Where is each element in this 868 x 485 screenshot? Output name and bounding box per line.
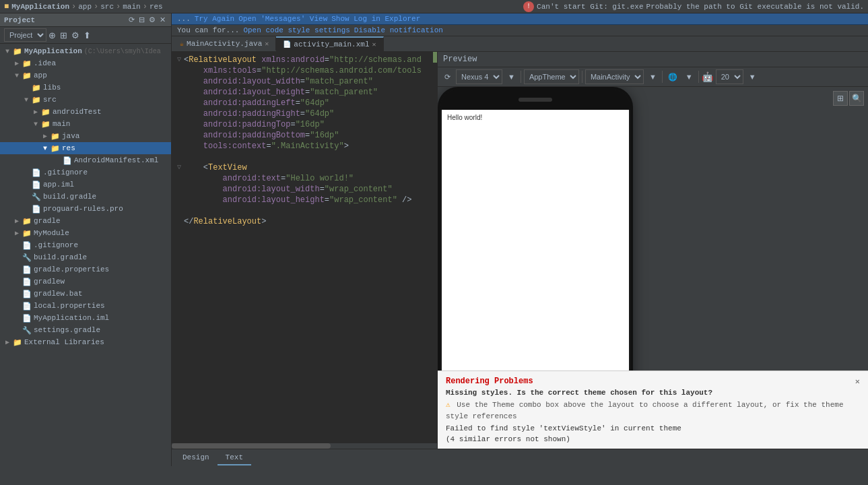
editor-scrollbar-h[interactable] — [172, 443, 437, 449]
code-line-7: android:paddingTop="16dp" — [172, 119, 437, 130]
project-toolbar-btn1[interactable]: ⊕ — [46, 30, 58, 40]
scrollbar-thumb-h[interactable] — [172, 443, 331, 449]
arrow-idea: ▶ — [12, 59, 22, 67]
tab-text[interactable]: Text — [218, 451, 251, 465]
sidebar-item-main[interactable]: ▼ 📁 main — [0, 118, 171, 130]
project-toolbar-btn4[interactable]: ⬆ — [81, 30, 93, 40]
java-file-icon-tab: ☕ — [180, 40, 184, 48]
sidebar-collapse-btn[interactable]: ⊟ — [137, 15, 146, 24]
notification-bar-1: ... Try Again Open 'Messages' View Show … — [172, 13, 868, 25]
sidebar-item-myappiml[interactable]: 📄 MyApplication.iml — [0, 312, 171, 324]
phone-speaker — [519, 98, 552, 102]
sidebar-item-buildgradle-root[interactable]: 🔧 build.gradle — [0, 251, 171, 263]
rendering-close-btn[interactable]: ✕ — [855, 377, 860, 387]
sidebar-item-gitignore-app[interactable]: 📄 .gitignore — [0, 166, 171, 179]
sidebar-item-libs[interactable]: 📁 libs — [0, 82, 171, 94]
show-log-link[interactable]: Show Log in Explorer — [331, 15, 420, 23]
android-icon: 🤖 — [702, 71, 713, 83]
sidebar-item-myapplication[interactable]: ▼ 📁 MyApplication (C:\Users\smyh\Idea — [0, 45, 171, 57]
preview-header: Preview — [438, 52, 868, 67]
close-tab-activitymain[interactable]: ✕ — [372, 40, 376, 48]
sidebar-item-src[interactable]: ▼ 📁 src — [0, 94, 171, 106]
close-tab-mainactivity[interactable]: ✕ — [265, 40, 269, 48]
sidebar-item-appiml[interactable]: 📄 app.iml — [0, 179, 171, 191]
locale-dropdown-btn[interactable]: ▼ — [683, 72, 696, 82]
file-icon-gitignore-app: 📄 — [31, 167, 42, 178]
sidebar-sync-btn[interactable]: ⟳ — [127, 15, 136, 24]
zoom-actual-btn[interactable]: 🔍 — [849, 91, 864, 106]
sidebar-item-gitignore-root[interactable]: 📄 .gitignore — [0, 239, 171, 251]
gradle-icon-build-root: 🔧 — [22, 252, 32, 263]
sidebar-item-androidtest[interactable]: ▶ 📁 androidTest — [0, 106, 171, 118]
sidebar-item-java[interactable]: ▶ 📁 java — [0, 130, 171, 142]
device-select[interactable]: Nexus 4 — [456, 69, 502, 84]
open-messages-link[interactable]: Open 'Messages' View — [238, 15, 327, 23]
activity-select[interactable]: MainActivity — [585, 69, 644, 84]
preview-toolbar: ⟳ Nexus 4 ▼ AppTheme MainActivity ▼ — [438, 67, 868, 87]
sidebar-settings-btn[interactable]: ⚙ — [147, 15, 157, 24]
code-line-6: android:paddingRight="64dp" — [172, 108, 437, 119]
api-dropdown-btn[interactable]: ▼ — [746, 72, 759, 82]
content-area: ... Try Again Open 'Messages' View Show … — [172, 13, 868, 466]
folder-icon-androidtest: 📁 — [40, 106, 51, 117]
project-toolbar-btn3[interactable]: ⚙ — [69, 30, 81, 40]
git-error-icon: ! — [523, 1, 534, 12]
sidebar-item-androidmanifest[interactable]: 📄 AndroidManifest.xml — [0, 154, 171, 166]
bottom-tabs: Design Text — [172, 449, 868, 466]
folder-icon-app: 📁 — [22, 70, 32, 81]
sidebar-item-settingsgradle[interactable]: 🔧 settings.gradle — [0, 324, 171, 336]
sidebar-item-res[interactable]: ▼ 📁 res — [0, 142, 171, 154]
open-code-style-link[interactable]: Open code style settings — [243, 26, 349, 34]
locale-btn[interactable]: 🌐 — [665, 72, 680, 82]
sidebar-item-gradle[interactable]: ▶ 📁 gradle — [0, 215, 171, 227]
disable-notif-link[interactable]: Disable notification — [354, 26, 443, 34]
rendering-problems-similar: (4 similar errors not shown) — [446, 435, 860, 443]
file-icon-localprops: 📄 — [22, 300, 32, 311]
sidebar-item-gradlewbat[interactable]: 📄 gradlew.bat — [0, 288, 171, 300]
file-icon-myappiml: 📄 — [22, 313, 32, 323]
project-view-select[interactable]: Project — [4, 28, 46, 42]
preview-rotate-btn[interactable]: ⟳ — [442, 72, 453, 82]
preview-panel: Preview ⟳ Nexus 4 ▼ AppTheme MainActivit — [437, 52, 868, 449]
theme-select[interactable]: AppTheme — [524, 69, 579, 84]
sidebar-item-mymodule[interactable]: ▶ 📁 MyModule — [0, 227, 171, 239]
sidebar-item-localprops[interactable]: 📄 local.properties — [0, 300, 171, 312]
try-again-link[interactable]: Try Again — [195, 15, 234, 23]
tab-design[interactable]: Design — [174, 451, 218, 465]
sidebar: Project ⟳ ⊟ ⚙ ✕ Project ⊕ ⊞ ⚙ ⬆ ▼ 📁 — [0, 13, 172, 466]
app-title: MyApplication — [11, 3, 69, 11]
tab-label-mainactivity: MainActivity.java — [187, 40, 262, 48]
tab-activitymain[interactable]: 📄 activity_main.xml ✕ — [276, 36, 383, 51]
separator2 — [582, 71, 582, 83]
file-icon-gradlew: 📄 — [22, 276, 32, 287]
code-editor[interactable]: ▽ <RelativeLayout xmlns:android="http://… — [172, 52, 437, 449]
zoom-fit-btn[interactable]: ⊞ — [833, 91, 848, 106]
arrow-mymodule: ▶ — [12, 229, 22, 237]
sidebar-item-gradleprops[interactable]: 📄 gradle.properties — [0, 263, 171, 276]
file-icon-gitignore-root: 📄 — [22, 240, 32, 251]
project-toolbar-btn2[interactable]: ⊞ — [58, 30, 69, 40]
notif-dots: ... — [177, 15, 191, 23]
fold-btn-1[interactable]: ▽ — [174, 55, 184, 65]
sidebar-item-proguard[interactable]: 📄 proguard-rules.pro — [0, 203, 171, 215]
sidebar-item-app[interactable]: ▼ 📁 app — [0, 69, 171, 82]
sidebar-item-idea[interactable]: ▶ 📁 .idea — [0, 57, 171, 69]
sidebar-item-buildgradle-app[interactable]: 🔧 build.gradle — [0, 191, 171, 203]
sidebar-item-gradlew[interactable]: 📄 gradlew — [0, 276, 171, 288]
api-select[interactable]: 20 — [716, 69, 743, 84]
device-dropdown-btn[interactable]: ▼ — [505, 72, 518, 82]
preview-content-area: ⊞ 🔍 Hello world! — [438, 87, 868, 449]
file-icon-appiml: 📄 — [31, 179, 42, 190]
code-line-4: android:layout_height="match_parent" — [172, 87, 437, 98]
activity-dropdown-btn[interactable]: ▼ — [646, 72, 659, 82]
sidebar-item-external-libraries[interactable]: ▶ 📁 External Libraries — [0, 336, 171, 348]
folder-icon-external: 📁 — [12, 337, 23, 348]
sidebar-close-btn[interactable]: ✕ — [158, 15, 167, 24]
arrow-src: ▼ — [22, 96, 31, 104]
breadcrumb-sep2: › — [94, 2, 98, 11]
folder-icon-src: 📁 — [31, 94, 42, 105]
arrow-androidtest: ▶ — [31, 108, 40, 116]
fold-btn-textview[interactable]: ▽ — [174, 162, 184, 173]
code-line-8: android:paddingBottom="16dp" — [172, 130, 437, 141]
tab-mainactivity[interactable]: ☕ MainActivity.java ✕ — [173, 37, 276, 51]
